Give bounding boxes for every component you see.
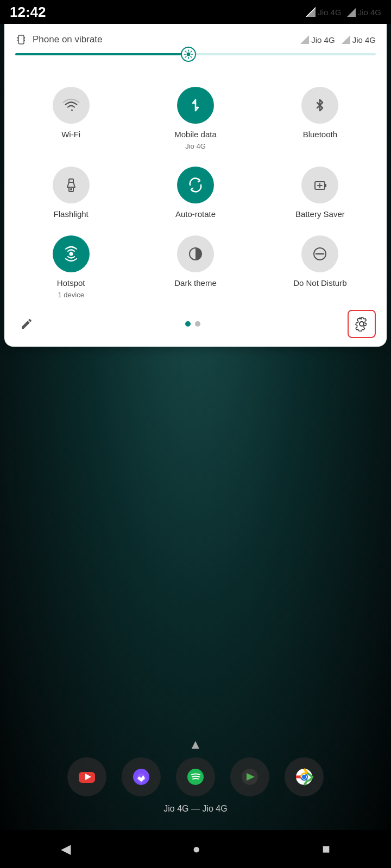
settings-gear-icon <box>354 316 370 332</box>
svg-rect-7 <box>24 37 26 39</box>
auto-rotate-label: Auto-rotate <box>175 209 216 220</box>
hotspot-icon <box>61 244 81 264</box>
dark-theme-icon-circle <box>177 235 214 272</box>
svg-rect-5 <box>17 37 18 39</box>
bluetooth-icon <box>310 95 330 115</box>
nav-home-button[interactable]: ● <box>192 841 200 857</box>
nav-bar: ◀ ● ■ <box>0 830 391 868</box>
flashlight-label: Flashlight <box>54 209 89 220</box>
brightness-thumb[interactable] <box>181 47 196 62</box>
hotspot-icon-circle <box>53 235 90 272</box>
dnd-icon-circle <box>301 235 338 272</box>
chrome-icon <box>294 767 314 787</box>
play-store-icon <box>239 767 260 787</box>
page-dots <box>185 321 200 327</box>
dock-play-store[interactable] <box>230 757 269 796</box>
dot-1 <box>185 321 191 327</box>
bluetooth-label: Bluetooth <box>303 129 337 140</box>
flashlight-icon <box>61 175 81 195</box>
dock-icons[interactable] <box>67 757 324 796</box>
messenger-icon <box>131 767 152 787</box>
signal2-label: Jio 4G <box>358 8 381 17</box>
header-signal1-icon <box>300 35 309 44</box>
svg-rect-4 <box>18 35 24 44</box>
vibrate-label: Phone on vibrate <box>33 34 103 45</box>
tiles-grid: Wi-Fi Mobile data Jio 4G Bluetooth <box>4 77 387 305</box>
auto-rotate-icon-circle <box>177 167 214 203</box>
brightness-sun-icon <box>184 49 193 59</box>
svg-marker-9 <box>300 35 309 44</box>
signal2-group: Jio 4G <box>346 7 381 17</box>
spotify-icon <box>185 767 206 787</box>
settings-button[interactable] <box>348 310 376 338</box>
wifi-label: Wi-Fi <box>61 129 80 140</box>
brightness-slider[interactable] <box>15 53 376 68</box>
svg-rect-6 <box>17 40 18 41</box>
nav-back-button[interactable]: ◀ <box>61 841 71 857</box>
dnd-icon <box>310 244 330 264</box>
status-time: 12:42 <box>10 4 46 21</box>
status-icons: Jio 4G Jio 4G <box>306 7 381 17</box>
nav-recents-button[interactable]: ■ <box>322 841 330 857</box>
header-signal2-label: Jio 4G <box>352 35 376 44</box>
tile-battery-saver[interactable]: Battery Saver <box>258 157 382 226</box>
svg-point-42 <box>302 775 306 779</box>
svg-point-11 <box>186 53 190 56</box>
vibrate-indicator: Phone on vibrate <box>15 34 103 46</box>
qs-bottom-bar <box>4 305 387 340</box>
wifi-icon-circle <box>53 87 90 124</box>
header-signal2-icon <box>342 35 350 44</box>
dock-up-arrow: ▲ <box>189 737 202 752</box>
qs-header: Phone on vibrate Jio 4G Jio 4G <box>4 24 387 51</box>
svg-line-19 <box>185 56 186 58</box>
svg-rect-25 <box>325 184 326 187</box>
quick-settings-panel: Phone on vibrate Jio 4G Jio 4G <box>4 24 387 347</box>
mobile-data-sublabel: Jio 4G <box>185 142 206 150</box>
tile-flashlight[interactable]: Flashlight <box>9 157 133 226</box>
header-signal1: Jio 4G <box>300 35 335 44</box>
tile-mobile-data[interactable]: Mobile data Jio 4G <box>133 77 257 157</box>
flashlight-icon-circle <box>53 167 90 203</box>
battery-saver-icon <box>310 175 330 195</box>
wifi-icon <box>61 95 81 115</box>
signal1-icon <box>306 7 316 17</box>
signal2-icon <box>346 7 356 17</box>
dock-youtube[interactable] <box>67 757 106 796</box>
youtube-icon <box>77 767 97 787</box>
tile-dnd[interactable]: Do Not Disturb <box>258 226 382 305</box>
battery-saver-icon-circle <box>301 167 338 203</box>
svg-line-16 <box>185 51 186 52</box>
svg-line-18 <box>191 51 192 52</box>
header-signal2: Jio 4G <box>342 35 376 44</box>
dark-theme-label: Dark theme <box>174 278 217 289</box>
svg-rect-8 <box>24 40 26 41</box>
mobile-data-icon-circle <box>177 87 214 124</box>
tile-wifi[interactable]: Wi-Fi <box>9 77 133 157</box>
dock-area: ▲ <box>0 737 391 814</box>
dock-label: Jio 4G — Jio 4G <box>163 804 227 814</box>
mobile-data-label: Mobile data <box>174 129 217 140</box>
svg-point-28 <box>69 252 73 256</box>
dnd-label: Do Not Disturb <box>293 278 346 289</box>
tile-hotspot[interactable]: Hotspot 1 device <box>9 226 133 305</box>
edit-button[interactable] <box>15 312 38 335</box>
hotspot-label: Hotspot <box>57 278 85 289</box>
signal1-group: Jio 4G <box>306 7 341 17</box>
svg-marker-10 <box>342 35 350 44</box>
dock-chrome[interactable] <box>285 757 324 796</box>
bluetooth-icon-circle <box>301 87 338 124</box>
svg-line-17 <box>191 56 192 58</box>
tile-auto-rotate[interactable]: Auto-rotate <box>133 157 257 226</box>
tile-dark-theme[interactable]: Dark theme <box>133 226 257 305</box>
tile-bluetooth[interactable]: Bluetooth <box>258 77 382 157</box>
mobile-data-icon <box>186 95 205 115</box>
svg-point-32 <box>360 322 364 326</box>
edit-pencil-icon <box>20 317 33 330</box>
brightness-fill <box>15 53 188 55</box>
dock-messenger[interactable] <box>122 757 161 796</box>
svg-point-36 <box>187 769 204 785</box>
dock-spotify[interactable] <box>176 757 215 796</box>
brightness-slider-container[interactable] <box>4 51 387 77</box>
svg-marker-3 <box>347 8 356 17</box>
sun-icon <box>184 49 193 59</box>
